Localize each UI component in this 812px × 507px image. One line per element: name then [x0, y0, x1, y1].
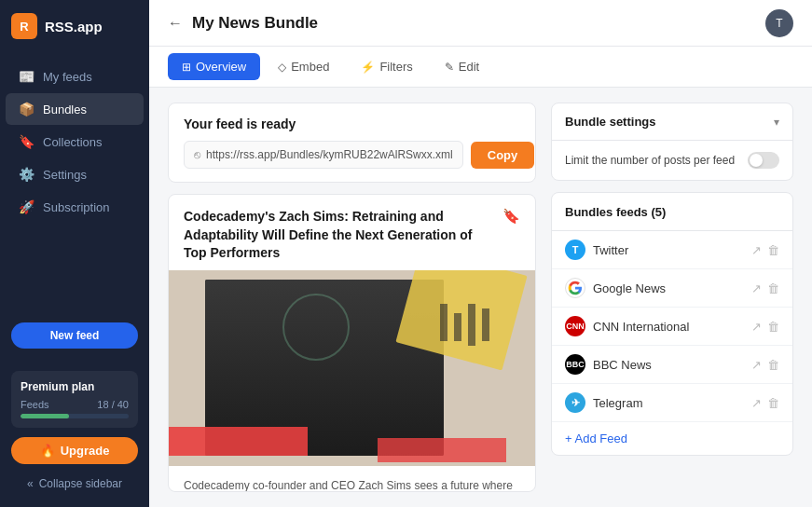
- premium-bar-row: Feeds 18 / 40: [21, 399, 129, 410]
- sidebar-item-label: Settings: [43, 168, 87, 182]
- sidebar-item-bundles[interactable]: 📦 Bundles: [6, 93, 144, 125]
- tab-edit[interactable]: ✎ Edit: [431, 53, 493, 80]
- feed-url-box: ⎋ https://rss.app/Bundles/kymRUB22wAlRSw…: [184, 141, 463, 169]
- edit-tab-icon: ✎: [445, 61, 454, 74]
- delete-feed-icon[interactable]: 🗑: [767, 396, 779, 410]
- feed-actions-bbc: ↗ 🗑: [751, 358, 779, 372]
- overview-tab-icon: ⊞: [182, 61, 191, 74]
- fire-icon: 🔥: [40, 444, 55, 458]
- feed-item-bbc: BBC BBC News ↗ 🗑: [552, 346, 792, 384]
- logo-icon: R: [11, 13, 37, 39]
- feed-ready-card: Your feed is ready ⎋ https://rss.app/Bun…: [168, 103, 536, 183]
- limit-posts-toggle[interactable]: [748, 152, 779, 169]
- limit-posts-label: Limit the number of posts per feed: [565, 154, 735, 167]
- collapse-icon: «: [27, 477, 34, 490]
- delete-feed-icon[interactable]: 🗑: [767, 358, 779, 372]
- external-link-icon[interactable]: ↗: [751, 281, 762, 295]
- content-area: Your feed is ready ⎋ https://rss.app/Bun…: [149, 88, 812, 507]
- external-link-icon[interactable]: ↗: [751, 358, 762, 372]
- premium-box: Premium plan Feeds 18 / 40: [11, 371, 138, 428]
- tabs-bar: ⊞ Overview ◇ Embed ⚡ Filters ✎ Edit: [149, 47, 812, 88]
- collections-icon: 🔖: [19, 134, 34, 149]
- tab-filters[interactable]: ⚡ Filters: [347, 53, 426, 80]
- google-logo: [565, 278, 585, 298]
- embed-tab-icon: ◇: [278, 61, 286, 74]
- add-feed-row: + Add Feed: [552, 422, 792, 455]
- external-link-icon[interactable]: ↗: [751, 396, 762, 410]
- feed-item-cnn: CNN CNN International ↗ 🗑: [552, 308, 792, 346]
- feed-actions-cnn: ↗ 🗑: [751, 320, 779, 334]
- feed-name-bbc: BBC News: [593, 358, 744, 372]
- feed-actions-twitter: ↗ 🗑: [751, 243, 779, 257]
- feed-url-text: https://rss.app/Bundles/kymRUB22wAlRSwxx…: [206, 148, 453, 161]
- bundle-settings-title: Bundle settings: [565, 115, 656, 129]
- sidebar-nav: 📰 My feeds 📦 Bundles 🔖 Collections ⚙️ Se…: [0, 52, 149, 322]
- upgrade-button[interactable]: 🔥 Upgrade: [11, 437, 138, 464]
- page-title: My News Bundle: [192, 14, 318, 33]
- settings-icon: ⚙️: [19, 167, 34, 182]
- feed-url-row: ⎋ https://rss.app/Bundles/kymRUB22wAlRSw…: [184, 141, 520, 169]
- bundles-icon: 📦: [19, 102, 34, 116]
- tab-embed[interactable]: ◇ Embed: [264, 53, 343, 80]
- feed-name-cnn: CNN International: [593, 320, 744, 334]
- sidebar-item-label: My feeds: [43, 70, 92, 84]
- sidebar: R RSS.app 📰 My feeds 📦 Bundles 🔖 Collect…: [0, 0, 149, 507]
- bundles-feeds-card: Bundles feeds (5) T Twitter ↗ 🗑: [551, 192, 793, 456]
- telegram-logo: ✈: [565, 392, 585, 413]
- delete-feed-icon[interactable]: 🗑: [767, 281, 779, 295]
- bundles-feeds-header: Bundles feeds (5): [552, 193, 792, 231]
- twitter-logo: T: [565, 240, 585, 260]
- article-title: Codecademy's Zach Sims: Retraining and A…: [184, 208, 495, 263]
- svg-rect-3: [468, 304, 475, 346]
- external-link-icon[interactable]: ↗: [751, 243, 762, 257]
- premium-title: Premium plan: [21, 380, 129, 393]
- bundles-feeds-title: Bundles feeds (5): [565, 205, 666, 219]
- back-button[interactable]: ←: [168, 15, 183, 32]
- new-feed-button[interactable]: New feed: [11, 322, 138, 349]
- topbar-right: T: [765, 9, 793, 37]
- bookmark-icon[interactable]: 🔖: [502, 208, 520, 225]
- subscription-icon: 🚀: [19, 199, 34, 214]
- svg-rect-4: [482, 308, 489, 341]
- feed-item-google-news: Google News ↗ 🗑: [552, 269, 792, 308]
- sidebar-bottom: Premium plan Feeds 18 / 40 🔥 Upgrade « C…: [0, 360, 149, 507]
- feeds-label: Feeds: [21, 399, 49, 410]
- delete-feed-icon[interactable]: 🗑: [767, 243, 779, 257]
- feed-name-telegram: Telegram: [593, 396, 744, 410]
- sidebar-item-settings[interactable]: ⚙️ Settings: [6, 158, 144, 190]
- topbar: ← My News Bundle T: [149, 0, 812, 47]
- sidebar-item-subscription[interactable]: 🚀 Subscription: [6, 191, 144, 223]
- sidebar-item-label: Subscription: [43, 200, 110, 214]
- bundle-settings-card: Bundle settings ▾ Limit the number of po…: [551, 103, 793, 181]
- tab-overview[interactable]: ⊞ Overview: [168, 53, 260, 80]
- cnn-logo: CNN: [565, 316, 585, 336]
- article-header: Codecademy's Zach Sims: Retraining and A…: [169, 195, 535, 270]
- add-feed-button[interactable]: + Add Feed: [565, 432, 627, 445]
- article-image-inner: [169, 270, 535, 466]
- sidebar-logo: R RSS.app: [0, 0, 149, 52]
- svg-point-0: [283, 295, 349, 360]
- sidebar-item-label: Collections: [43, 135, 103, 149]
- article-body: Codecademy co-founder and CEO Zach Sims …: [169, 466, 535, 492]
- external-link-icon[interactable]: ↗: [751, 320, 762, 334]
- sidebar-item-my-feeds[interactable]: 📰 My feeds: [6, 61, 144, 92]
- progress-bar: [21, 414, 129, 418]
- bundle-setting-row: Limit the number of posts per feed: [552, 141, 792, 180]
- feed-actions-telegram: ↗ 🗑: [751, 396, 779, 410]
- feeds-count: 18 / 40: [97, 399, 129, 410]
- main-content: ← My News Bundle T ⊞ Overview ◇ Embed ⚡ …: [149, 0, 812, 507]
- delete-feed-icon[interactable]: 🗑: [767, 320, 779, 334]
- svg-rect-2: [454, 313, 461, 341]
- collapse-sidebar-button[interactable]: « Collapse sidebar: [11, 472, 138, 496]
- logo-text: RSS.app: [45, 19, 103, 34]
- link-icon: ⎋: [194, 148, 200, 161]
- copy-button[interactable]: Copy: [471, 142, 535, 169]
- chevron-down-icon: ▾: [774, 116, 779, 129]
- sidebar-item-collections[interactable]: 🔖 Collections: [6, 126, 144, 158]
- sidebar-item-label: Bundles: [43, 103, 87, 116]
- bundle-settings-header[interactable]: Bundle settings ▾: [552, 103, 792, 141]
- progress-fill: [21, 414, 69, 418]
- article-card: Codecademy's Zach Sims: Retraining and A…: [168, 194, 536, 492]
- avatar[interactable]: T: [765, 9, 793, 37]
- feed-name-twitter: Twitter: [593, 243, 744, 257]
